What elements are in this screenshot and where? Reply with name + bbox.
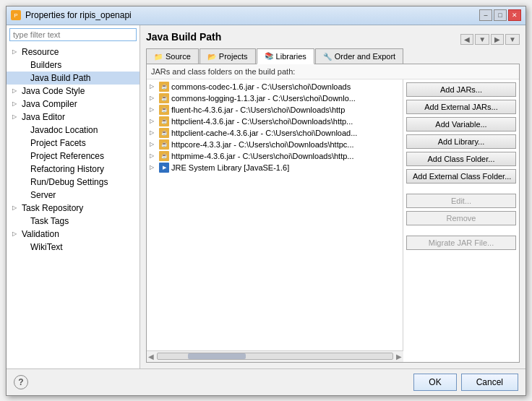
tab-order-export-label: Order and Export [335, 52, 395, 61]
tree-item-validation[interactable]: ▷ Validation [7, 228, 140, 241]
tree-item-project-references[interactable]: Project References [7, 150, 140, 163]
tree-item-resource[interactable]: ▷ Resource [7, 46, 140, 59]
jar-icon: ☕ [159, 116, 169, 126]
tree-item-run-debug-settings[interactable]: Run/Debug Settings [7, 176, 140, 189]
tree-arrow: ▷ [12, 87, 20, 94]
jar-expand-arrow: ▷ [150, 129, 157, 136]
list-item[interactable]: ▷ ☕ commons-codec-1.6.jar - C:\Users\cho… [147, 81, 403, 92]
add-jars-button[interactable]: Add JARs... [406, 82, 516, 97]
jar-label: httpcore-4.3.3.jar - C:\Users\choi\Downl… [171, 140, 354, 149]
nav-forward-button[interactable]: ▶ [491, 34, 504, 45]
filter-input[interactable] [9, 28, 137, 41]
tree-arrow: ▷ [12, 48, 20, 55]
title-buttons: – □ ✕ [479, 9, 521, 21]
tree-label: Resource [22, 47, 59, 57]
remove-button[interactable]: Remove [406, 211, 516, 225]
tree-label: Task Tags [30, 216, 69, 226]
buttons-panel: Add JARs... Add External JARs... Add Var… [403, 79, 519, 362]
tree-arrow: ▷ [12, 204, 20, 211]
split-content: ▷ ☕ commons-codec-1.6.jar - C:\Users\cho… [147, 79, 519, 362]
list-item[interactable]: ▷ ☕ httpmime-4.3.6.jar - C:\Users\choi\D… [147, 150, 403, 162]
scroll-thumb[interactable] [188, 353, 246, 359]
section-title: Java Build Path [146, 31, 221, 43]
migrate-jar-button[interactable]: Migrate JAR File... [406, 236, 516, 250]
tree-item-java-code-style[interactable]: ▷ Java Code Style [7, 85, 140, 98]
scroll-track[interactable] [157, 353, 393, 360]
tree-label: Refactoring History [30, 164, 104, 174]
jar-expand-arrow: ▷ [150, 83, 157, 90]
list-item[interactable]: ▷ ☕ httpcore-4.3.3.jar - C:\Users\choi\D… [147, 139, 403, 150]
add-variable-button[interactable]: Add Variable... [406, 117, 516, 131]
tree-item-project-facets[interactable]: Project Facets [7, 137, 140, 150]
ok-button[interactable]: OK [413, 374, 456, 391]
tab-projects-label: Projects [219, 52, 248, 61]
tree-label: Project Facets [30, 138, 86, 148]
jar-expand-arrow: ▷ [150, 118, 157, 124]
jar-label: commons-logging-1.1.3.jar - C:\Users\cho… [171, 94, 356, 103]
tree-label: Javadoc Location [30, 125, 98, 135]
list-item[interactable]: ▷ ☕ fluent-hc-4.3.6.jar - C:\Users\choi\… [147, 104, 403, 116]
list-item[interactable]: ▷ ☕ commons-logging-1.1.3.jar - C:\Users… [147, 92, 403, 104]
tree-item-java-build-path[interactable]: Java Build Path [7, 72, 140, 85]
horizontal-scrollbar[interactable]: ◀ ▶ [147, 350, 403, 362]
tab-order-export[interactable]: 🔧 Order and Export [315, 48, 403, 64]
help-button[interactable]: ? [14, 375, 28, 389]
list-item[interactable]: ▷ ☕ httpclient-cache-4.3.6.jar - C:\User… [147, 127, 403, 139]
close-button[interactable]: ✕ [508, 9, 521, 21]
dialog-body: ▷ Resource Builders Java Build Path ▷ Ja… [7, 25, 525, 368]
tree-item-java-editor[interactable]: ▷ Java Editor [7, 111, 140, 124]
tree-label: Java Editor [22, 112, 65, 122]
tree-item-wikitext[interactable]: WikiText [7, 241, 140, 254]
add-external-class-folder-button[interactable]: Add External Class Folder... [406, 169, 516, 184]
cancel-button[interactable]: Cancel [461, 374, 518, 391]
jar-expand-arrow: ▷ [150, 164, 157, 171]
edit-button[interactable]: Edit... [406, 194, 516, 208]
dialog-icon: P [11, 10, 21, 20]
tree-label: Java Code Style [22, 86, 85, 96]
tree-item-refactoring-history[interactable]: Refactoring History [7, 163, 140, 176]
add-library-button[interactable]: Add Library... [406, 134, 516, 149]
jre-icon: ▶ [159, 163, 169, 173]
tree-item-builders[interactable]: Builders [7, 59, 140, 72]
tree-item-server[interactable]: Server [7, 189, 140, 202]
jar-icon: ☕ [159, 93, 169, 103]
jar-icon: ☕ [159, 128, 169, 138]
tree-item-task-tags[interactable]: Task Tags [7, 215, 140, 228]
order-export-tab-icon: 🔧 [323, 53, 332, 61]
jar-label: httpclient-cache-4.3.6.jar - C:\Users\ch… [171, 129, 357, 137]
nav-dropdown-button[interactable]: ▼ [475, 34, 489, 45]
tree-label: Java Compiler [22, 99, 77, 109]
source-tab-icon: 📁 [154, 53, 163, 61]
tree-label: WikiText [30, 242, 63, 252]
tab-projects[interactable]: 📂 Projects [200, 48, 256, 64]
tree-item-task-repository[interactable]: ▷ Task Repository [7, 202, 140, 215]
libraries-tab-icon: 📚 [265, 52, 273, 60]
tab-libraries-label: Libraries [276, 52, 306, 61]
tree-label: Task Repository [22, 203, 83, 213]
tree-panel: ▷ Resource Builders Java Build Path ▷ Ja… [7, 44, 140, 368]
tree-arrow: ▷ [12, 230, 20, 237]
jar-icon: ☕ [159, 151, 169, 161]
nav-menu-button[interactable]: ▼ [505, 34, 520, 45]
add-class-folder-button[interactable]: Add Class Folder... [406, 152, 516, 166]
tree-arrow: ▷ [12, 113, 20, 120]
tree-item-javadoc-location[interactable]: Javadoc Location [7, 124, 140, 137]
add-external-jars-button[interactable]: Add External JARs... [406, 100, 516, 114]
tree-label: Project References [30, 151, 104, 161]
tree-label: Server [30, 190, 56, 200]
minimize-button[interactable]: – [479, 9, 492, 21]
jar-label: fluent-hc-4.3.6.jar - C:\Users\choi\Down… [171, 105, 345, 114]
jar-icon: ☕ [159, 105, 169, 115]
dialog-title: Properties for ripis_openapi [25, 10, 132, 20]
tab-source[interactable]: 📁 Source [146, 48, 199, 64]
bottom-bar: ? OK Cancel [7, 368, 525, 395]
title-bar: P Properties for ripis_openapi – □ ✕ [7, 7, 525, 25]
list-item[interactable]: ▷ ▶ JRE System Library [JavaSE-1.6] [147, 162, 403, 173]
maximize-button[interactable]: □ [494, 9, 507, 21]
tree-item-java-compiler[interactable]: ▷ Java Compiler [7, 98, 140, 111]
nav-back-button[interactable]: ◀ [460, 34, 473, 45]
tab-libraries[interactable]: 📚 Libraries [257, 48, 314, 64]
list-item[interactable]: ▷ ☕ httpclient-4.3.6.jar - C:\Users\choi… [147, 116, 403, 127]
jar-expand-arrow: ▷ [150, 106, 157, 113]
right-panel: Java Build Path ◀ ▼ ▶ ▼ 📁 Source 📂 Proje… [140, 25, 525, 368]
